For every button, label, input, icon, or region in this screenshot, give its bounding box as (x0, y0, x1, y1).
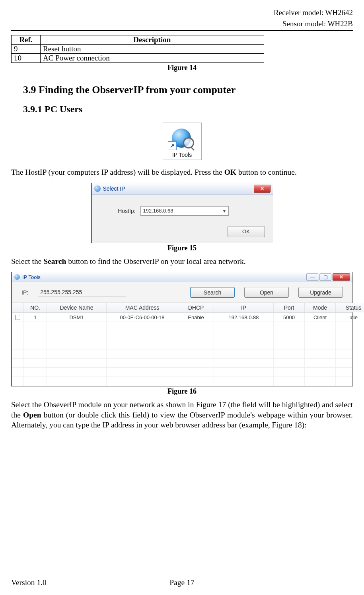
ip-label: IP: (21, 289, 28, 296)
magnifier-icon (183, 137, 195, 149)
col-no: NO. (24, 303, 47, 312)
ref-cell: 9 (12, 44, 41, 53)
maximize-button[interactable]: ▢ (319, 273, 331, 281)
subsection-heading: 3.9.1 PC Users (23, 104, 353, 115)
section-heading: 3.9 Finding the ObserverIP from your com… (23, 84, 353, 96)
minimize-button[interactable]: — (306, 273, 318, 281)
table-row[interactable] (12, 340, 352, 349)
cell-mode: Client (305, 313, 336, 322)
table-row[interactable] (12, 377, 352, 386)
upgrade-button[interactable]: Upgrade (298, 287, 343, 298)
figure-16-caption: Figure 16 (11, 387, 353, 396)
cell-mac: 00-0E-C6-00-00-18 (107, 313, 178, 322)
figure-14-caption: Figure 14 (11, 64, 353, 72)
col-mac: MAC Address (107, 303, 178, 312)
col-port: Port (274, 303, 305, 312)
paragraph-hostip: The HostIP (your computers IP address) w… (11, 167, 353, 177)
table-row[interactable]: 1 DSM1 00-0E-C6-00-00-18 Enable 192.168.… (12, 313, 352, 322)
host-ip-value: 192.168.0.68 (143, 208, 173, 214)
col-ip: IP (214, 303, 274, 312)
paragraph-search: Select the Search button to find the Obs… (11, 256, 353, 266)
ref-table-header-desc: Description (41, 35, 264, 44)
desc-cell: Reset button (41, 44, 264, 53)
table-row: 9 Reset button (12, 44, 264, 53)
chevron-down-icon: ▼ (222, 209, 227, 213)
ref-table: Ref. Description 9 Reset button 10 AC Po… (11, 35, 264, 63)
grid-header-row: NO. Device Name MAC Address DHCP IP Port… (12, 303, 352, 313)
host-ip-label: HostIp: (100, 208, 136, 214)
open-button[interactable]: Open (244, 287, 289, 298)
header-sensor-model: Sensor model: WH22B (11, 19, 353, 29)
cell-no: 1 (24, 313, 47, 322)
ref-cell: 10 (12, 53, 41, 62)
ip-input[interactable]: 255.255.255.255 (38, 288, 126, 297)
cell-ip: 192.168.0.88 (214, 313, 274, 322)
col-status: Status (336, 303, 364, 312)
iptools-window: IP Tools — ▢ ✕ IP: 255.255.255.255 Searc… (11, 272, 353, 386)
ref-table-header-ref: Ref. (12, 35, 41, 44)
footer-page: Page 17 (11, 578, 353, 587)
select-ip-title-icon (94, 185, 101, 192)
row-checkbox[interactable] (12, 313, 24, 322)
desc-cell: AC Power connection (41, 53, 264, 62)
device-grid: NO. Device Name MAC Address DHCP IP Port… (12, 303, 352, 386)
cell-device: DSM1 (47, 313, 107, 322)
footer-version: Version 1.0 (11, 578, 47, 587)
figure-15-caption: Figure 15 (11, 244, 353, 252)
cell-port: 5000 (274, 313, 305, 322)
shortcut-arrow-icon: ↗ (168, 141, 177, 150)
select-ip-close-button[interactable]: ✕ (254, 185, 271, 193)
host-ip-dropdown[interactable]: 192.168.0.68 ▼ (140, 206, 229, 216)
header-receiver-model: Receiver model: WH2642 (11, 8, 353, 18)
paragraph-open: Select the ObseverIP module on your netw… (11, 400, 353, 430)
search-button[interactable]: Search (190, 287, 235, 298)
iptools-icon-label: IP Tools (165, 152, 200, 158)
table-row[interactable] (12, 359, 352, 368)
select-ip-title: Select IP (103, 185, 125, 192)
table-row[interactable] (12, 349, 352, 359)
iptools-title: IP Tools (22, 274, 41, 280)
ok-button[interactable]: OK (228, 226, 265, 237)
header-divider (11, 30, 353, 31)
iptools-title-icon (14, 274, 20, 280)
col-device-name: Device Name (47, 303, 107, 312)
cell-status: Idle (336, 313, 364, 322)
cell-dhcp: Enable (178, 313, 214, 322)
table-row[interactable] (12, 368, 352, 377)
col-mode: Mode (305, 303, 336, 312)
select-ip-dialog: Select IP ✕ HostIp: 192.168.0.68 ▼ OK (91, 183, 273, 243)
iptools-desktop-icon[interactable]: ↗ IP Tools (163, 123, 202, 160)
table-row[interactable] (12, 331, 352, 340)
col-dhcp: DHCP (178, 303, 214, 312)
table-row[interactable] (12, 322, 352, 331)
table-row: 10 AC Power connection (12, 53, 264, 62)
col-checkbox (12, 303, 24, 312)
close-button[interactable]: ✕ (333, 273, 350, 281)
